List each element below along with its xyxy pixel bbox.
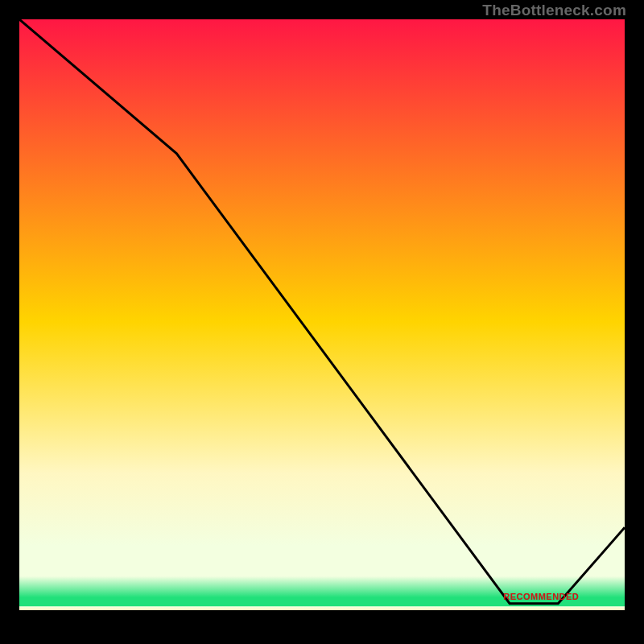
plot-area: RECOMMENDED [19,19,625,625]
line-plot [19,19,625,625]
watermark-text: TheBottleneck.com [482,2,626,19]
plot-inner: RECOMMENDED [19,19,625,625]
recommended-label: RECOMMENDED [503,592,579,601]
chart-frame: TheBottleneck.com RECOMMENDED [0,0,644,644]
